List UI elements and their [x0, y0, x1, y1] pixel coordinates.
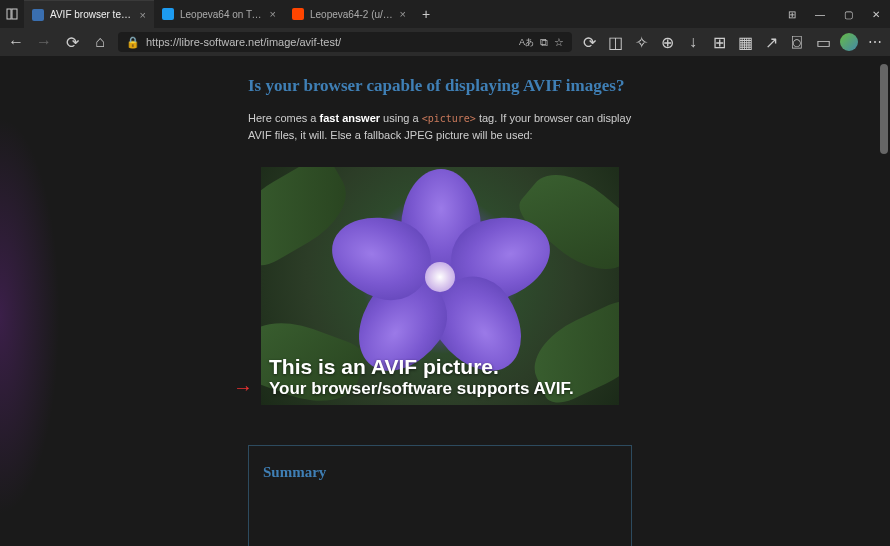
copilot-icon[interactable]: ⊞ [778, 0, 806, 28]
maximize-button[interactable]: ▢ [834, 0, 862, 28]
code-text: <picture> [422, 113, 476, 124]
split-screen-icon[interactable]: ◫ [606, 32, 624, 52]
minimize-button[interactable]: — [806, 0, 834, 28]
app-icon[interactable]: ⊞ [710, 32, 728, 52]
close-icon[interactable]: × [400, 8, 406, 20]
profile-avatar[interactable] [840, 33, 858, 51]
home-button[interactable]: ⌂ [90, 32, 110, 52]
collections-icon[interactable]: ⊕ [658, 32, 676, 52]
reddit-icon [292, 8, 304, 20]
favicon-icon [32, 9, 44, 21]
window-controls: ⊞ — ▢ ✕ [778, 0, 890, 28]
browser-essentials-icon[interactable]: ⌼ [788, 32, 806, 52]
tab-reddit[interactable]: Leopeva64-2 (u/Leopeva64-2) - R × [284, 0, 414, 28]
scrollbar-thumb[interactable] [880, 64, 888, 154]
close-window-button[interactable]: ✕ [862, 0, 890, 28]
avif-test-image: This is an AVIF picture. Your browser/so… [261, 167, 619, 405]
toolbar: ← → ⟳ ⌂ 🔒 https://libre-software.net/ima… [0, 28, 890, 56]
read-aloud-icon[interactable]: Aあ [519, 36, 534, 49]
scrollbar-track[interactable] [876, 56, 890, 546]
svg-rect-1 [12, 9, 17, 19]
reload-button[interactable]: ⟳ [62, 32, 82, 52]
tab-title: AVIF browser test page: AVIF sup [50, 9, 134, 20]
enter-immersive-icon[interactable]: ⧉ [540, 36, 548, 49]
toolbar-right: ⟳ ◫ ✧ ⊕ ↓ ⊞ ▦ ↗ ⌼ ▭ ⋯ [580, 32, 884, 52]
image-overlay-text: This is an AVIF picture. Your browser/so… [269, 355, 574, 399]
image-container: → This is an AVIF picture. Your browser/… [261, 167, 619, 405]
tab-avif-test[interactable]: AVIF browser test page: AVIF sup × [24, 0, 154, 28]
performance-icon[interactable]: ↗ [762, 32, 780, 52]
forward-button: → [34, 32, 54, 52]
lock-icon: 🔒 [126, 36, 140, 49]
address-bar[interactable]: 🔒 https://libre-software.net/image/avif-… [118, 32, 572, 52]
twitter-icon [162, 8, 174, 20]
sync-icon[interactable]: ⟳ [580, 32, 598, 52]
favorite-star-icon[interactable]: ☆ [554, 36, 564, 49]
flower-center [425, 262, 455, 292]
text: using a [380, 112, 422, 124]
tab-title: Leopeva64-2 (u/Leopeva64-2) - R [310, 9, 394, 20]
new-tab-button[interactable]: + [414, 0, 438, 28]
downloads-icon[interactable]: ↓ [684, 32, 702, 52]
favorites-icon[interactable]: ✧ [632, 32, 650, 52]
titlebar: AVIF browser test page: AVIF sup × Leope… [0, 0, 890, 28]
content-column: Is your browser capable of displaying AV… [248, 76, 632, 546]
svg-rect-0 [7, 9, 11, 19]
back-button[interactable]: ← [6, 32, 26, 52]
bold-text: fast answer [320, 112, 381, 124]
url-text: https://libre-software.net/image/avif-te… [146, 36, 513, 48]
intro-paragraph: Here comes a fast answer using a <pictur… [248, 110, 632, 143]
tab-strip: AVIF browser test page: AVIF sup × Leope… [24, 0, 438, 28]
wallet-icon[interactable]: ▭ [814, 32, 832, 52]
image-text-line1: This is an AVIF picture. [269, 355, 574, 379]
summary-heading: Summary [263, 464, 617, 481]
tab-title: Leopeva64 on Twitter: "This sam [180, 9, 264, 20]
close-icon[interactable]: × [270, 8, 276, 20]
summary-box: Summary [248, 445, 632, 546]
close-icon[interactable]: × [140, 9, 146, 21]
page-heading: Is your browser capable of displaying AV… [248, 76, 632, 96]
text: Here comes a [248, 112, 320, 124]
tab-actions-icon[interactable] [0, 8, 24, 20]
more-menu-button[interactable]: ⋯ [866, 32, 884, 52]
arrow-icon: → [233, 376, 253, 399]
extensions-grid-icon[interactable]: ▦ [736, 32, 754, 52]
image-text-line2: Your browser/software supports AVIF. [269, 379, 574, 399]
page-viewport: Is your browser capable of displaying AV… [0, 56, 890, 546]
tab-twitter[interactable]: Leopeva64 on Twitter: "This sam × [154, 0, 284, 28]
page-content: Is your browser capable of displaying AV… [0, 56, 890, 546]
